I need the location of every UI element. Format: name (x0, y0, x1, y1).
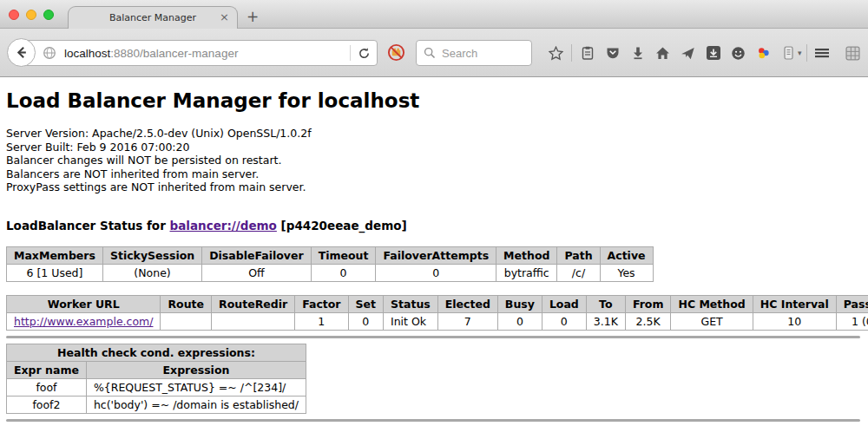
toolbar-buttons: ▾ (543, 40, 865, 66)
route-value (161, 312, 212, 330)
col-status: Status (384, 295, 438, 312)
health-caption-row: Health check cond. expressions: (7, 344, 306, 361)
col-active: Active (600, 246, 653, 264)
search-icon (424, 47, 436, 59)
navigation-toolbar: localhost:8880/balancer-manager (0, 29, 868, 77)
hc-method-value: GET (671, 312, 753, 330)
page-title: Load Balancer Manager for localhost (6, 89, 862, 112)
failoverattempts-value: 0 (376, 264, 496, 281)
stickysession-value: (None) (102, 264, 201, 281)
browser-window: Balancer Manager × + localhost:8880/bala… (0, 0, 868, 426)
balancer-settings-table: MaxMembers StickySession DisableFailover… (6, 246, 654, 282)
balancer-demo-link[interactable]: balancer://demo (170, 219, 277, 233)
feedback-smiley-icon[interactable] (726, 46, 751, 61)
divider (6, 336, 860, 338)
balancer-data-row: 6 [1 Used] (None) Off 0 0 bytraffic /c/ … (7, 264, 654, 281)
clipboard-icon[interactable] (575, 46, 600, 60)
elected-value: 7 (437, 312, 497, 330)
server-built-line: Server Built: Feb 9 2016 07:00:20 (6, 141, 862, 154)
col-elected: Elected (437, 295, 497, 312)
col-route: Route (161, 295, 212, 312)
col-routeredir: RouteRedir (212, 295, 295, 312)
worker-data-row: http://www.example.com/ 1 0 Init Ok 7 0 … (7, 312, 868, 330)
screenshot-grid-icon[interactable] (840, 46, 865, 61)
hc-interval-value: 10 (753, 312, 836, 330)
expr-name-value: foof2 (7, 396, 87, 413)
worker-header-row: Worker URL Route RouteRedir Factor Set S… (7, 295, 868, 312)
from-value: 2.5K (625, 312, 671, 330)
col-passes: Passes (836, 295, 868, 312)
worker-url-link[interactable]: http://www.example.com/ (14, 315, 153, 328)
server-version-line: Server Version: Apache/2.5.0-dev (Unix) … (6, 127, 862, 141)
status-heading-prefix: LoadBalancer Status for (6, 219, 170, 233)
new-tab-button[interactable]: + (247, 8, 259, 25)
set-value: 0 (348, 312, 383, 330)
path-value: /c/ (557, 264, 600, 281)
busy-value: 0 (497, 312, 542, 330)
bookmark-star-icon[interactable] (543, 46, 569, 61)
active-value: Yes (600, 264, 653, 281)
col-expression: Expression (86, 361, 306, 378)
col-timeout: Timeout (311, 246, 376, 264)
col-maxmembers: MaxMembers (7, 246, 103, 264)
col-method: Method (496, 246, 557, 264)
col-disablefailover: DisableFailover (202, 246, 311, 264)
timeout-value: 0 (311, 264, 376, 281)
factor-value: 1 (295, 312, 348, 330)
balancer-status-heading: LoadBalancer Status for balancer://demo … (6, 219, 862, 233)
pocket-icon[interactable] (600, 46, 625, 60)
send-plane-icon[interactable] (675, 46, 700, 61)
home-icon[interactable] (650, 46, 675, 61)
tab-close-icon[interactable]: × (220, 10, 229, 24)
search-input[interactable] (442, 47, 522, 60)
zoom-window-button[interactable] (43, 10, 54, 20)
status-heading-suffix: [p4420eeae_demo] (277, 219, 407, 233)
col-factor: Factor (295, 295, 348, 312)
title-bar: Balancer Manager × + (0, 0, 868, 29)
search-box[interactable] (416, 40, 532, 66)
back-button[interactable] (7, 38, 36, 67)
minimize-window-button[interactable] (26, 10, 36, 20)
worker-url-cell: http://www.example.com/ (7, 312, 161, 330)
window-controls (9, 10, 54, 20)
chevron-down-icon[interactable]: ▾ (798, 49, 802, 57)
site-identity-globe-icon[interactable] (43, 46, 56, 60)
expr-name-value: foof (7, 378, 87, 396)
health-header-row: Expr name Expression (7, 361, 306, 378)
page-content: Load Balancer Manager for localhost Serv… (0, 78, 868, 426)
col-path: Path (557, 246, 600, 264)
col-busy: Busy (497, 295, 542, 312)
toolbar-divider (806, 44, 807, 62)
routeredir-value (212, 312, 295, 330)
balancer-header-row: MaxMembers StickySession DisableFailover… (7, 246, 654, 264)
col-to: To (586, 295, 625, 312)
health-table-caption: Health check cond. expressions: (7, 344, 306, 361)
health-row-foof: foof %{REQUEST_STATUS} =~ /^[234]/ (7, 378, 306, 396)
reload-button[interactable] (351, 47, 377, 60)
tab-title: Balancer Manager (109, 12, 196, 23)
download-arrow-icon[interactable] (625, 46, 650, 60)
expression-value: hc('body') =~ /domain is established/ (86, 396, 306, 413)
col-from: From (625, 295, 671, 312)
expression-value: %{REQUEST_STATUS} =~ /^[234]/ (86, 378, 306, 396)
video-download-icon[interactable] (700, 46, 726, 60)
col-failoverattempts: FailoverAttempts (376, 246, 496, 264)
menu-hamburger-icon[interactable] (810, 46, 835, 60)
col-stickysession: StickySession (102, 246, 201, 264)
server-info: Server Version: Apache/2.5.0-dev (Unix) … (6, 127, 862, 194)
url-bar[interactable]: localhost:8880/balancer-manager (21, 40, 378, 66)
tab-balancer-manager[interactable]: Balancer Manager × (68, 6, 238, 29)
load-value: 0 (542, 312, 586, 330)
colors-dots-icon[interactable] (751, 46, 776, 61)
url-text[interactable]: localhost:8880/balancer-manager (64, 47, 238, 60)
method-value: bytraffic (496, 264, 557, 281)
toolbar-divider (571, 44, 572, 62)
plugin-blocked-icon[interactable] (387, 43, 405, 65)
close-window-button[interactable] (9, 10, 19, 20)
persist-note-line: Balancer changes will NOT be persisted o… (6, 154, 862, 167)
col-set: Set (348, 295, 383, 312)
col-hc-interval: HC Interval (753, 295, 836, 312)
col-expr-name: Expr name (7, 361, 87, 378)
disablefailover-value: Off (202, 264, 311, 281)
col-worker-url: Worker URL (7, 295, 161, 312)
